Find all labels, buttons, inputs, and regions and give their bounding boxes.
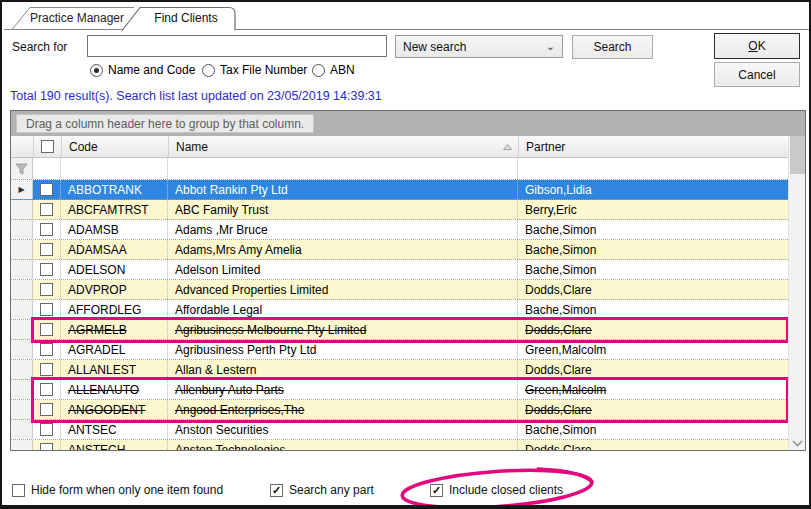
filter-cell-name[interactable] bbox=[168, 158, 518, 179]
scroll-down-icon[interactable] bbox=[792, 440, 803, 447]
search-input[interactable] bbox=[87, 35, 387, 57]
checkbox-icon[interactable]: ✓ bbox=[430, 484, 443, 497]
row-select-cell[interactable] bbox=[33, 360, 61, 379]
row-select-cell[interactable] bbox=[33, 200, 61, 219]
cell-code: ALLENAUTO bbox=[61, 380, 168, 399]
row-checkbox[interactable] bbox=[40, 203, 53, 216]
row-select-cell[interactable] bbox=[33, 440, 61, 450]
checkbox-search-any-part[interactable]: ✓ Search any part bbox=[270, 483, 374, 497]
row-checkbox[interactable] bbox=[40, 303, 53, 316]
cell-name: Agribusiness Melbourne Pty Limited bbox=[168, 320, 518, 339]
table-row[interactable]: ALLENAUTO Allenbury Auto Parts Green,Mal… bbox=[11, 380, 788, 400]
sort-ascending-icon bbox=[503, 144, 512, 150]
header-select-all[interactable] bbox=[33, 136, 61, 157]
row-indicator bbox=[11, 360, 33, 379]
checkbox-include-closed-clients[interactable]: ✓ Include closed clients bbox=[430, 483, 563, 497]
row-select-cell[interactable] bbox=[33, 260, 61, 279]
row-select-cell[interactable] bbox=[33, 320, 61, 339]
table-row[interactable]: ANTSEC Anston Securities Bache,Simon bbox=[11, 420, 788, 440]
table-row[interactable]: AGRMELB Agribusiness Melbourne Pty Limit… bbox=[11, 320, 788, 340]
row-indicator bbox=[11, 380, 33, 399]
cell-code: ADAMSB bbox=[61, 220, 168, 239]
filter-cell[interactable] bbox=[33, 158, 61, 179]
table-row[interactable]: ALLANLEST Allan & Lestern Dodds,Clare bbox=[11, 360, 788, 380]
row-select-cell[interactable] bbox=[33, 280, 61, 299]
cell-code: AFFORDLEG bbox=[61, 300, 168, 319]
row-checkbox[interactable] bbox=[40, 383, 53, 396]
group-by-hint: Drag a column header here to group by th… bbox=[16, 114, 314, 133]
radio-circle-icon bbox=[312, 64, 325, 77]
cell-name: Anston Technologies bbox=[168, 440, 518, 450]
row-checkbox[interactable] bbox=[40, 263, 53, 276]
radio-name-and-code[interactable]: Name and Code bbox=[90, 63, 195, 77]
results-status-text: Total 190 result(s). Search list last up… bbox=[10, 89, 382, 103]
row-checkbox[interactable] bbox=[40, 363, 53, 376]
row-select-cell[interactable] bbox=[33, 240, 61, 259]
row-checkbox[interactable] bbox=[40, 323, 53, 336]
cell-partner: Bache,Simon bbox=[518, 420, 788, 439]
search-button[interactable]: Search bbox=[572, 35, 653, 59]
grid-body: ▶ ABBOTRANK Abbot Rankin Pty Ltd Gibson,… bbox=[11, 180, 788, 450]
cell-name: Adams,Mrs Amy Amelia bbox=[168, 240, 518, 259]
row-checkbox[interactable] bbox=[40, 343, 53, 356]
table-row[interactable]: ANGOODENT Angood Enterprises,The Dodds,C… bbox=[11, 400, 788, 420]
filter-cell-code[interactable] bbox=[61, 158, 168, 179]
cell-code: AGRMELB bbox=[61, 320, 168, 339]
table-row[interactable]: ADVPROP Advanced Properties Limited Dodd… bbox=[11, 280, 788, 300]
column-header-partner[interactable]: Partner bbox=[518, 136, 788, 157]
row-select-cell[interactable] bbox=[33, 220, 61, 239]
radio-tax-file-number[interactable]: Tax File Number bbox=[202, 63, 307, 77]
tab-practice-manager[interactable]: Practice Manager bbox=[30, 11, 124, 25]
row-indicator bbox=[11, 320, 33, 339]
checkbox-hide-form[interactable]: Hide form when only one item found bbox=[12, 483, 223, 497]
checkbox-label: Search any part bbox=[289, 483, 374, 497]
row-select-cell[interactable] bbox=[33, 340, 61, 359]
tab-find-clients[interactable]: Find Clients bbox=[154, 11, 217, 25]
cell-partner: Dodds,Clare bbox=[518, 360, 788, 379]
table-row[interactable]: ANSTECH Anston Technologies Dodds,Clare bbox=[11, 440, 788, 450]
row-select-cell[interactable] bbox=[33, 380, 61, 399]
row-checkbox[interactable] bbox=[40, 443, 53, 450]
select-all-checkbox[interactable] bbox=[41, 140, 54, 153]
cell-partner: Dodds,Clare bbox=[518, 280, 788, 299]
radio-abn[interactable]: ABN bbox=[312, 63, 355, 77]
row-select-cell[interactable] bbox=[33, 180, 61, 199]
row-checkbox[interactable] bbox=[40, 243, 53, 256]
table-row[interactable]: ADAMSAA Adams,Mrs Amy Amelia Bache,Simon bbox=[11, 240, 788, 260]
filter-cell-partner[interactable] bbox=[518, 158, 788, 179]
cell-code: ABCFAMTRST bbox=[61, 200, 168, 219]
row-checkbox[interactable] bbox=[40, 183, 53, 196]
cell-partner: Berry,Eric bbox=[518, 200, 788, 219]
row-indicator bbox=[11, 440, 33, 450]
checkbox-icon[interactable] bbox=[12, 484, 25, 497]
table-row[interactable]: ADELSON Adelson Limited Bache,Simon bbox=[11, 260, 788, 280]
row-select-cell[interactable] bbox=[33, 300, 61, 319]
vertical-scrollbar[interactable] bbox=[788, 136, 805, 450]
group-by-panel[interactable]: Drag a column header here to group by th… bbox=[11, 111, 805, 136]
checkbox-icon[interactable]: ✓ bbox=[270, 484, 283, 497]
row-select-cell[interactable] bbox=[33, 420, 61, 439]
row-checkbox[interactable] bbox=[40, 223, 53, 236]
ok-button[interactable]: OK bbox=[714, 33, 800, 59]
clients-grid: Drag a column header here to group by th… bbox=[10, 110, 806, 451]
row-select-cell[interactable] bbox=[33, 400, 61, 419]
table-row[interactable]: AGRADEL Agribusiness Perth Pty Ltd Green… bbox=[11, 340, 788, 360]
column-header-code[interactable]: Code bbox=[61, 136, 168, 157]
row-checkbox[interactable] bbox=[40, 283, 53, 296]
search-type-value: New search bbox=[403, 40, 466, 54]
row-checkbox[interactable] bbox=[40, 423, 53, 436]
search-type-dropdown[interactable]: New search ⌄ bbox=[395, 35, 563, 58]
cell-partner: Dodds,Clare bbox=[518, 440, 788, 450]
table-row[interactable]: ABCFAMTRST ABC Family Trust Berry,Eric bbox=[11, 200, 788, 220]
table-row[interactable]: AFFORDLEG Affordable Legal Bache,Simon bbox=[11, 300, 788, 320]
filter-funnel-icon bbox=[15, 163, 28, 175]
scrollbar-thumb[interactable] bbox=[790, 136, 805, 174]
checkbox-label: Include closed clients bbox=[449, 483, 563, 497]
table-row[interactable]: ▶ ABBOTRANK Abbot Rankin Pty Ltd Gibson,… bbox=[11, 180, 788, 200]
table-row[interactable]: ADAMSB Adams ,Mr Bruce Bache,Simon bbox=[11, 220, 788, 240]
row-checkbox[interactable] bbox=[40, 403, 53, 416]
row-indicator bbox=[11, 200, 33, 219]
column-header-name[interactable]: Name bbox=[168, 136, 518, 157]
cell-partner: Bache,Simon bbox=[518, 300, 788, 319]
cancel-button[interactable]: Cancel bbox=[714, 62, 800, 87]
